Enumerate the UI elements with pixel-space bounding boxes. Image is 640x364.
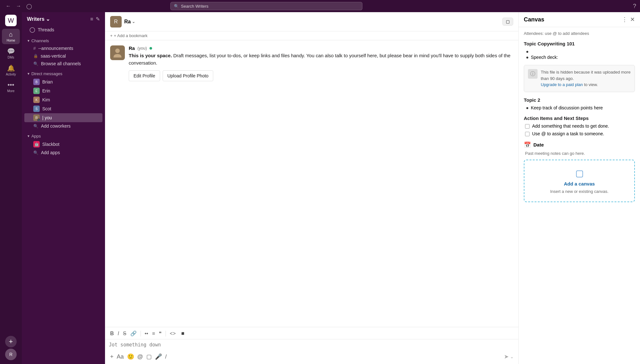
history-button[interactable]: ◯ xyxy=(24,3,34,10)
sidebar-item-saas-vertical[interactable]: 🔒 saas-vertical xyxy=(24,52,102,60)
rail-home[interactable]: ⌂ Home xyxy=(2,29,20,44)
video-button[interactable]: ▢ xyxy=(145,352,153,361)
browse-icon: 🔍 xyxy=(33,61,38,66)
workspace-name[interactable]: Writers ⌄ xyxy=(27,16,50,22)
canvas-topic1-title: Topic Copywriting 101 xyxy=(524,41,635,46)
sidebar-dm-erin[interactable]: E Erin xyxy=(24,86,102,95)
add-workspace-button[interactable]: + xyxy=(5,336,17,347)
message-block: Ra (you) This is your space. Draft messa… xyxy=(110,45,513,81)
apps-header[interactable]: ▼ Apps xyxy=(22,132,105,140)
bold-button[interactable]: B xyxy=(109,329,115,338)
you-avatar: R xyxy=(33,115,40,121)
apps-collapse-icon: ▼ xyxy=(27,134,30,138)
chat-header: R Ra ⌄ ▢ xyxy=(105,12,518,31)
main-layout: W ⌂ Home 💬 DMs 🔔 Activity ••• More + R W… xyxy=(0,12,640,364)
canvas-header-buttons: ⋮ ✕ xyxy=(622,16,635,23)
action-checkbox-1[interactable] xyxy=(525,124,530,129)
chevron-down-icon: ⌄ xyxy=(46,16,50,22)
user-avatar-rail[interactable]: R xyxy=(5,349,17,360)
send-dropdown-button[interactable]: ⌄ xyxy=(509,353,514,360)
sidebar-slackbot[interactable]: 🤖 Slackbot xyxy=(24,140,102,149)
brian-avatar: B xyxy=(33,79,40,85)
link-button[interactable]: 🔗 xyxy=(129,329,138,338)
sidebar-add-apps[interactable]: 🔍 Add apps xyxy=(24,149,102,156)
attendees-note: Attendees: use @ to add attendees xyxy=(524,31,635,37)
send-button[interactable]: ➤ xyxy=(503,352,509,361)
rail-more[interactable]: ••• More xyxy=(2,79,20,95)
ordered-list-button[interactable]: ≡ xyxy=(151,329,156,338)
canvas-action-item-2: Use @ to assign a task to someone. xyxy=(524,131,635,136)
sidebar-dm-you[interactable]: R | you xyxy=(24,113,102,122)
add-canvas-box[interactable]: ▢ Add a canvas Insert a new or existing … xyxy=(524,160,635,202)
filter-button[interactable]: ≡ xyxy=(90,16,93,22)
chat-header-right: ▢ xyxy=(502,18,513,26)
upgrade-link[interactable]: Upgrade to a paid plan xyxy=(541,82,583,87)
canvas-action-items: Action Items and Next Steps Add somethin… xyxy=(524,115,635,136)
edit-profile-button[interactable]: Edit Profile xyxy=(129,70,160,81)
sidebar-dm-kim[interactable]: K Kim xyxy=(24,95,102,104)
bookmark-bar[interactable]: + + Add a bookmark xyxy=(105,31,518,40)
search-bar[interactable]: 🔍 Search Writers xyxy=(170,2,362,10)
canvas-topic2: Topic 2 Keep track of discussion points … xyxy=(524,97,635,110)
chat-title: Ra ⌄ xyxy=(124,19,135,25)
emoji-button[interactable]: 🙂 xyxy=(126,352,135,361)
action-checkbox-2[interactable] xyxy=(525,132,530,136)
canvas-date-notes: Past meeting notes can go here. xyxy=(524,151,635,156)
canvas-close-button[interactable]: ✕ xyxy=(630,16,635,23)
slash-command-button[interactable]: / xyxy=(164,352,168,361)
add-attachment-button[interactable]: + xyxy=(109,352,115,361)
canvas-title: Canvas xyxy=(524,16,544,23)
dm-collapse-icon: ▼ xyxy=(27,72,30,75)
more-format-button[interactable]: ◾ xyxy=(178,329,187,338)
workspace-icon[interactable]: W xyxy=(5,15,17,26)
blockquote-button[interactable]: ❝ xyxy=(158,329,163,338)
channels-header[interactable]: ▼ Channels xyxy=(22,37,105,44)
canvas-topic1: Topic Copywriting 101 Speech deck: xyxy=(524,41,635,60)
compose-button[interactable]: ✎ xyxy=(96,16,100,22)
bullet-dot xyxy=(526,51,528,53)
dm-section: ▼ Direct messages B Brian E Erin K Kim S… xyxy=(22,70,105,130)
canvas-more-button[interactable]: ⋮ xyxy=(622,16,628,23)
canvas-topic2-bullet: Keep track of discussion points here xyxy=(524,105,635,110)
chat-header-info: Ra ⌄ xyxy=(124,19,135,25)
chevron-down-icon: ⌄ xyxy=(132,20,135,24)
canvas-add-icon: ▢ xyxy=(575,168,584,178)
message-input[interactable] xyxy=(109,342,514,350)
sidebar-dm-brian[interactable]: B Brian xyxy=(24,77,102,86)
sidebar-item-browse-channels[interactable]: 🔍 Browse all channels xyxy=(24,60,102,67)
channels-section: ▼ Channels # --announcements 🔒 saas-vert… xyxy=(22,37,105,67)
sidebar-threads[interactable]: ◯ Threads xyxy=(24,25,102,35)
bullet-list-button[interactable]: •• xyxy=(143,329,150,338)
canvas-icon: ▢ xyxy=(506,19,510,24)
sidebar-dm-scot[interactable]: S Scot xyxy=(24,104,102,113)
sidebar-item-announcements[interactable]: # --announcements xyxy=(24,44,102,52)
rail-activity[interactable]: 🔔 Activity xyxy=(2,62,20,78)
forward-button[interactable]: → xyxy=(14,3,23,10)
chat-header-left: R Ra ⌄ xyxy=(110,16,135,28)
italic-button[interactable]: I xyxy=(117,329,120,338)
dm-header[interactable]: ▼ Direct messages xyxy=(22,70,105,77)
online-status-dot xyxy=(150,47,152,50)
message-input-bottom: + Aa 🙂 @ ▢ 🎤 / ➤ ⌄ xyxy=(109,351,514,361)
slackbot-avatar: 🤖 xyxy=(33,141,40,147)
rail-dms[interactable]: 💬 DMs xyxy=(2,45,20,61)
apps-section: ▼ Apps 🤖 Slackbot 🔍 Add apps xyxy=(22,132,105,156)
audio-button[interactable]: 🎤 xyxy=(154,352,163,361)
message-input-area: + Aa 🙂 @ ▢ 🎤 / ➤ ⌄ xyxy=(105,339,518,364)
code-button[interactable]: <> xyxy=(168,329,177,338)
upload-photo-button[interactable]: Upload Profile Photo xyxy=(163,70,213,81)
canvas-bullet-1 xyxy=(524,49,635,53)
help-button[interactable]: ? xyxy=(633,3,636,10)
canvas-date-section: 📅 Date xyxy=(524,141,635,148)
strikethrough-button[interactable]: S xyxy=(122,329,128,338)
message-sender-name: Ra xyxy=(129,45,135,51)
mention-button[interactable]: @ xyxy=(136,352,144,361)
icon-rail: W ⌂ Home 💬 DMs 🔔 Activity ••• More + R xyxy=(0,12,22,364)
canvas-toggle-button[interactable]: ▢ xyxy=(502,18,513,26)
sidebar-add-coworkers[interactable]: 🔍 Add coworkers xyxy=(24,122,102,130)
back-button[interactable]: ← xyxy=(4,3,13,10)
calendar-icon: 📅 xyxy=(524,141,531,148)
canvas-header: Canvas ⋮ ✕ xyxy=(519,12,640,27)
text-format-button[interactable]: Aa xyxy=(116,352,125,361)
home-icon: ⌂ xyxy=(9,31,13,38)
